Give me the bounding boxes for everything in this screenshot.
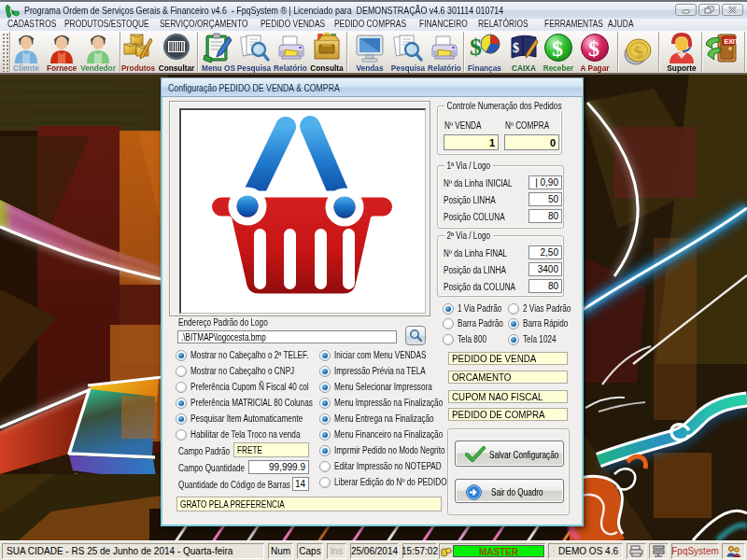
svg-text:$: $ xyxy=(588,36,599,61)
svg-text:$: $ xyxy=(552,36,563,61)
svg-text:EXIT: EXIT xyxy=(725,38,740,45)
svg-text:$: $ xyxy=(513,41,519,55)
svg-text:$: $ xyxy=(470,34,482,61)
